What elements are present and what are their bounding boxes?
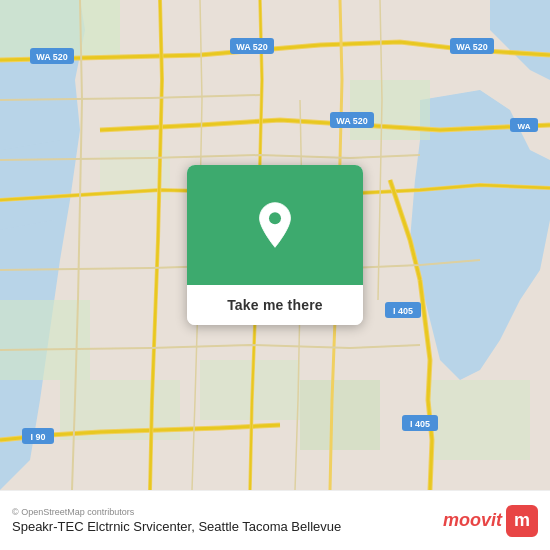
location-pin-icon bbox=[251, 201, 299, 249]
svg-text:WA 520: WA 520 bbox=[336, 116, 368, 126]
svg-text:WA: WA bbox=[518, 122, 531, 131]
svg-point-25 bbox=[269, 212, 281, 224]
moovit-logo[interactable]: moovit m bbox=[443, 505, 538, 537]
svg-rect-6 bbox=[200, 360, 300, 420]
svg-text:I 405: I 405 bbox=[393, 306, 413, 316]
location-name: Speakr-TEC Elctrnic Srvicenter, Seattle … bbox=[12, 519, 341, 534]
svg-rect-5 bbox=[430, 380, 530, 460]
moovit-icon: m bbox=[506, 505, 538, 537]
map-attribution: © OpenStreetMap contributors bbox=[12, 507, 341, 517]
map-container: WA 520 WA 520 WA 520 WA 520 WA I 405 I 4… bbox=[0, 0, 550, 490]
location-info: © OpenStreetMap contributors Speakr-TEC … bbox=[12, 507, 341, 534]
card-header bbox=[187, 165, 363, 285]
svg-text:I 90: I 90 bbox=[30, 432, 45, 442]
navigation-card: Take me there bbox=[187, 165, 363, 325]
svg-text:I 405: I 405 bbox=[410, 419, 430, 429]
svg-text:WA 520: WA 520 bbox=[236, 42, 268, 52]
bottom-info-bar: © OpenStreetMap contributors Speakr-TEC … bbox=[0, 490, 550, 550]
svg-text:WA 520: WA 520 bbox=[456, 42, 488, 52]
svg-rect-8 bbox=[300, 380, 380, 450]
svg-text:WA 520: WA 520 bbox=[36, 52, 68, 62]
moovit-text: moovit bbox=[443, 510, 502, 531]
take-me-there-button[interactable]: Take me there bbox=[187, 285, 363, 325]
